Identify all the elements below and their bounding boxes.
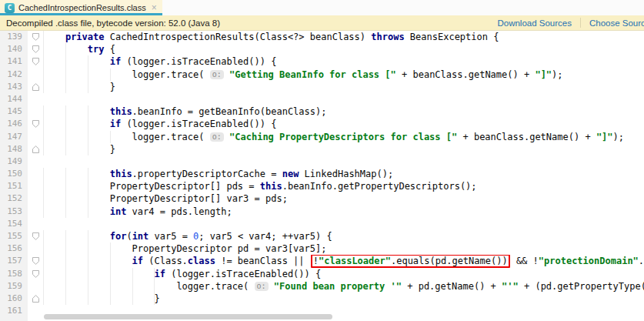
code-line: 146 if (logger.isTraceEnabled()) { [0,118,644,130]
code-line: 155 for(int var5 = 0; var5 < var4; ++var… [0,230,644,242]
line-number: 158 [0,268,28,280]
indent-guides [43,268,155,280]
code-text: this.beanInfo = getBeanInfo(beanClass); [43,105,644,118]
code-line: 160 } [0,293,644,305]
fold-gutter [28,280,43,293]
download-sources-link[interactable]: Download Sources [497,18,572,28]
line-number: 139 [0,31,28,43]
code-line: 159 logger.trace( o: "Found bean propert… [0,280,644,293]
line-number: 160 [0,293,28,305]
code-text: if (Class.class != beanClass || !"classL… [43,255,644,267]
code-text: } [43,143,644,155]
line-number: 141 [0,55,28,68]
fold-gutter [28,206,43,218]
line-number: 148 [0,143,28,155]
fold-gutter [28,131,43,143]
fold-gutter [28,305,43,317]
code-text: int var4 = pds.length; [43,206,644,218]
parameter-hint: o: [255,282,269,291]
indent-guides [43,206,110,218]
code-text: if (logger.isTraceEnabled()) { [43,268,644,280]
code-text [43,155,644,168]
code-line: 150 this.propertyDescriptorCache = new L… [0,168,644,180]
code-text: PropertyDescriptor pd = var3[var5]; [43,242,644,255]
line-number: 157 [0,255,28,267]
fold-collapse-icon[interactable] [28,118,43,130]
indent-guides [43,168,110,180]
code-text: this.propertyDescriptorCache = new Linke… [43,168,644,180]
line-number: 161 [0,305,28,317]
indent-guides [43,180,110,192]
tab-cachedintrospectionresults[interactable]: C CachedIntrospectionResults.class × [0,0,162,15]
fold-gutter [28,93,43,105]
code-line: 145 this.beanInfo = getBeanInfo(beanClas… [0,105,644,118]
fold-collapse-icon[interactable] [28,268,43,280]
code-text: if (logger.isTraceEnabled()) { [43,118,644,130]
parameter-hint: o: [210,70,224,79]
ide-window: C CachedIntrospectionResults.class × Dec… [0,0,644,321]
line-number: 156 [0,242,28,255]
fold-end-icon[interactable] [28,293,43,305]
line-number: 146 [0,118,28,130]
line-number: 155 [0,230,28,242]
code-line: 144 [0,93,644,105]
tab-label: CachedIntrospectionResults.class [18,3,146,12]
code-line: 154 [0,218,644,230]
line-number: 145 [0,105,28,118]
line-number: 149 [0,155,28,168]
indent-guides [43,69,132,81]
indent-guides [43,293,155,305]
indent-guides [43,105,110,118]
code-text: PropertyDescriptor[] var3 = pds; [43,192,644,205]
fold-end-icon[interactable] [28,81,43,93]
code-text: if (logger.isTraceEnabled()) { [43,55,644,68]
fold-gutter [28,69,43,81]
code-line: 158 if (logger.isTraceEnabled()) { [0,268,644,280]
line-number: 154 [0,218,28,230]
code-text: logger.trace( o: "Found bean property '"… [43,280,644,293]
indent-guides [43,255,132,267]
line-number: 150 [0,168,28,180]
fold-collapse-icon[interactable] [28,43,43,55]
fold-gutter [28,155,43,168]
code-text: logger.trace( o: "Caching PropertyDescri… [43,131,644,143]
code-text: PropertyDescriptor[] pds = this.beanInfo… [43,180,644,192]
code-text: } [43,293,644,305]
fold-gutter [28,105,43,118]
line-number: 142 [0,69,28,81]
fold-end-icon[interactable] [28,143,43,155]
indent-guides [43,192,110,205]
fold-collapse-icon[interactable] [28,230,43,242]
indent-guides [43,55,110,68]
fold-gutter [28,180,43,192]
code-line: 140 try { [0,43,644,55]
close-icon[interactable]: × [152,3,157,12]
fold-collapse-icon[interactable] [28,255,43,267]
code-line: 141 if (logger.isTraceEnabled()) { [0,55,644,68]
fold-gutter [28,192,43,205]
code-line: 157 if (Class.class != beanClass || !"cl… [0,255,644,267]
indent-guides [43,143,110,155]
indent-guides [43,280,176,293]
indent-guides [43,230,110,242]
line-number: 144 [0,93,28,105]
line-number: 159 [0,280,28,293]
code-line: 149 [0,155,644,168]
code-text: private CachedIntrospectionResults(Class… [43,31,644,43]
line-number: 140 [0,43,28,55]
code-text: try { [43,43,644,55]
code-editor[interactable]: 139 private CachedIntrospectionResults(C… [0,31,644,321]
class-icon: C [5,3,15,13]
horizontal-scrollbar[interactable] [44,314,332,319]
code-text: for(int var5 = 0; var5 < var4; ++var5) { [43,230,644,242]
code-lines: 139 private CachedIntrospectionResults(C… [0,31,644,317]
code-line: 148 } [0,143,644,155]
line-number: 153 [0,206,28,218]
fold-collapse-icon[interactable] [28,31,43,43]
line-number: 151 [0,180,28,192]
choose-sources-link[interactable]: Choose Sources [589,18,644,28]
code-line: 139 private CachedIntrospectionResults(C… [0,31,644,43]
code-text: } [43,81,644,93]
fold-gutter [28,218,43,230]
fold-collapse-icon[interactable] [28,55,43,68]
